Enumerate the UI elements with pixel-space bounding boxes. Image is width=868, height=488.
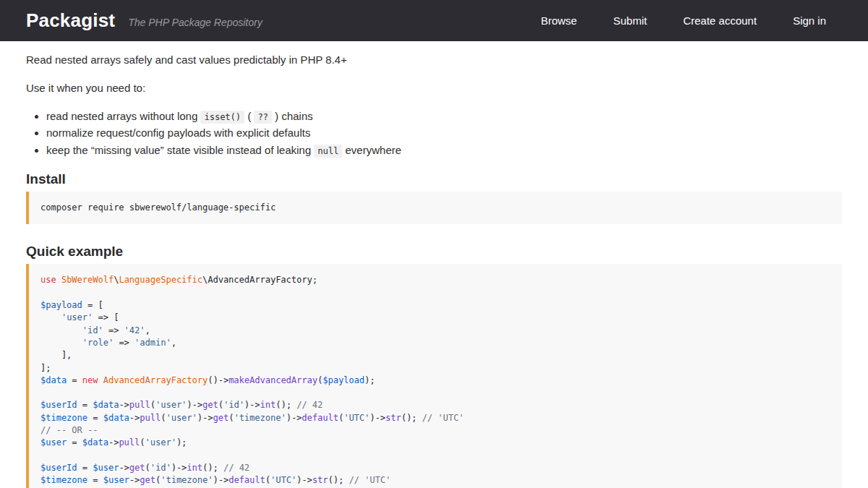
install-heading: Install: [26, 171, 842, 187]
site-header: Packagist The PHP Package Repository Bro…: [0, 0, 868, 41]
use-when-paragraph: Use it when you need to:: [26, 80, 842, 97]
nav-sign-in[interactable]: Sign in: [793, 14, 826, 27]
use-case-list: read nested arrays without long isset() …: [26, 108, 842, 158]
packagist-logo[interactable]: Packagist: [26, 9, 115, 32]
inline-code: isset(): [200, 111, 244, 124]
example-code-block: use SbWereWolf\LanguageSpecific\Advanced…: [26, 264, 842, 488]
intro-paragraph: Read nested arrays safely and cast value…: [26, 52, 842, 69]
list-item-missing-value: keep the “missing value” state visible i…: [46, 142, 842, 158]
nav-create-account[interactable]: Create account: [683, 14, 757, 27]
list-item-normalize-payloads: normalize request/config payloads with e…: [46, 124, 842, 141]
install-code-block: composer require sbwerewolf/language-spe…: [26, 192, 842, 224]
list-item-isset-chains: read nested arrays without long isset() …: [46, 108, 842, 124]
nav-browse[interactable]: Browse: [541, 14, 577, 27]
inline-code: null: [314, 145, 342, 158]
readme-content: Read nested arrays safely and cast value…: [0, 52, 868, 488]
site-tagline: The PHP Package Repository: [128, 17, 262, 28]
quick-example-heading: Quick example: [26, 244, 842, 260]
main-nav: Browse Submit Create account Sign in: [541, 14, 826, 27]
nav-submit[interactable]: Submit: [613, 14, 647, 27]
inline-code: ??: [254, 111, 271, 124]
